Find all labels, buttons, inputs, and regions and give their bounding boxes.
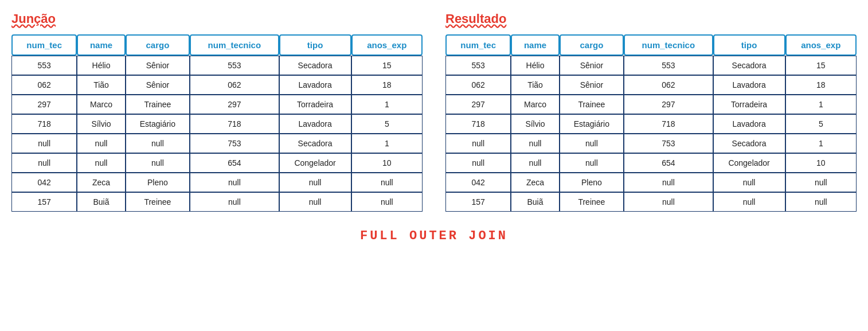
table-cell: null bbox=[511, 153, 559, 173]
table-cell: null bbox=[279, 173, 351, 192]
table-row: 157BuiãTreineenullnullnull bbox=[445, 192, 857, 212]
table-row: 042ZecaPlenonullnullnull bbox=[445, 173, 857, 192]
table-cell: Congelador bbox=[279, 153, 351, 173]
table-cell: 1 bbox=[785, 95, 857, 114]
table-cell: 10 bbox=[351, 153, 423, 173]
table-row: 157BuiãTreineenullnullnull bbox=[11, 192, 423, 212]
table-cell: null bbox=[445, 134, 511, 153]
table-row: 297MarcoTrainee297Torradeira1 bbox=[445, 95, 857, 114]
table-cell: null bbox=[190, 173, 279, 192]
table-row: 718SílvioEstagiário718Lavadora5 bbox=[445, 114, 857, 134]
table-cell: null bbox=[713, 173, 785, 192]
table-cell: Sênior bbox=[560, 56, 624, 75]
left-col-name: name bbox=[77, 34, 125, 56]
table-row: nullnullnull753Secadora1 bbox=[445, 134, 857, 153]
table-cell: 297 bbox=[11, 95, 77, 114]
left-col-num_tecnico: num_tecnico bbox=[190, 34, 279, 56]
table-cell: null bbox=[279, 192, 351, 212]
table-cell: Hélio bbox=[511, 56, 559, 75]
right-section: Resultado num_tec name cargo num_tecnico… bbox=[445, 11, 857, 212]
table-cell: 297 bbox=[624, 95, 713, 114]
table-cell: 5 bbox=[785, 114, 857, 134]
table-row: 718SílvioEstagiário718Lavadora5 bbox=[11, 114, 423, 134]
table-cell: Pleno bbox=[560, 173, 624, 192]
table-cell: Sênior bbox=[126, 56, 190, 75]
table-cell: 10 bbox=[785, 153, 857, 173]
table-cell: 553 bbox=[624, 56, 713, 75]
table-cell: 062 bbox=[445, 75, 511, 95]
right-header-row: num_tec name cargo num_tecnico tipo anos… bbox=[445, 34, 857, 56]
table-cell: null bbox=[77, 153, 125, 173]
table-cell: 042 bbox=[445, 173, 511, 192]
footer-label: FULL OUTER JOIN bbox=[11, 229, 857, 243]
table-cell: null bbox=[511, 134, 559, 153]
table-cell: null bbox=[351, 192, 423, 212]
table-row: nullnullnull654Congelador10 bbox=[445, 153, 857, 173]
table-cell: Tião bbox=[511, 75, 559, 95]
table-cell: 062 bbox=[190, 75, 279, 95]
table-cell: 5 bbox=[351, 114, 423, 134]
table-cell: 718 bbox=[190, 114, 279, 134]
table-cell: Buiã bbox=[511, 192, 559, 212]
table-cell: 18 bbox=[351, 75, 423, 95]
table-cell: Sênior bbox=[560, 75, 624, 95]
table-cell: Secadora bbox=[279, 134, 351, 153]
table-cell: 062 bbox=[624, 75, 713, 95]
table-row: 297MarcoTrainee297Torradeira1 bbox=[11, 95, 423, 114]
table-cell: Zeca bbox=[77, 173, 125, 192]
table-cell: 297 bbox=[190, 95, 279, 114]
table-cell: Estagiário bbox=[126, 114, 190, 134]
right-col-name: name bbox=[511, 34, 559, 56]
table-cell: Secadora bbox=[279, 56, 351, 75]
table-cell: 753 bbox=[624, 134, 713, 153]
table-cell: Torradeira bbox=[279, 95, 351, 114]
table-cell: Sílvio bbox=[77, 114, 125, 134]
table-cell: null bbox=[190, 192, 279, 212]
main-container: Junção num_tec name cargo num_tecnico ti… bbox=[11, 11, 857, 212]
table-cell: Treinee bbox=[126, 192, 190, 212]
table-cell: 297 bbox=[445, 95, 511, 114]
left-col-cargo: cargo bbox=[126, 34, 190, 56]
table-cell: Sílvio bbox=[511, 114, 559, 134]
table-row: 042ZecaPlenonullnullnull bbox=[11, 173, 423, 192]
table-row: 553HélioSênior553Secadora15 bbox=[11, 56, 423, 75]
table-cell: null bbox=[624, 173, 713, 192]
table-cell: null bbox=[11, 153, 77, 173]
table-cell: 18 bbox=[785, 75, 857, 95]
table-cell: null bbox=[560, 153, 624, 173]
table-cell: 553 bbox=[445, 56, 511, 75]
left-table: num_tec name cargo num_tecnico tipo anos… bbox=[11, 34, 423, 212]
table-cell: 553 bbox=[11, 56, 77, 75]
right-col-num_tecnico: num_tecnico bbox=[624, 34, 713, 56]
right-col-num_tec: num_tec bbox=[445, 34, 511, 56]
table-row: nullnullnull654Congelador10 bbox=[11, 153, 423, 173]
table-cell: null bbox=[77, 134, 125, 153]
table-cell: Marco bbox=[77, 95, 125, 114]
table-cell: null bbox=[785, 192, 857, 212]
table-cell: null bbox=[126, 153, 190, 173]
table-cell: 718 bbox=[445, 114, 511, 134]
table-cell: Hélio bbox=[77, 56, 125, 75]
table-cell: 1 bbox=[785, 134, 857, 153]
table-cell: 042 bbox=[11, 173, 77, 192]
table-cell: 15 bbox=[351, 56, 423, 75]
table-cell: null bbox=[126, 134, 190, 153]
table-cell: Marco bbox=[511, 95, 559, 114]
table-cell: Zeca bbox=[511, 173, 559, 192]
left-col-num_tec: num_tec bbox=[11, 34, 77, 56]
right-section-title: Resultado bbox=[445, 11, 857, 26]
table-cell: Congelador bbox=[713, 153, 785, 173]
right-col-anos_exp: anos_exp bbox=[785, 34, 857, 56]
table-cell: Buiã bbox=[77, 192, 125, 212]
table-cell: null bbox=[624, 192, 713, 212]
table-cell: Estagiário bbox=[560, 114, 624, 134]
table-cell: null bbox=[351, 173, 423, 192]
table-cell: Lavadora bbox=[279, 114, 351, 134]
left-header-row: num_tec name cargo num_tecnico tipo anos… bbox=[11, 34, 423, 56]
table-cell: Sênior bbox=[126, 75, 190, 95]
table-cell: Torradeira bbox=[713, 95, 785, 114]
right-table: num_tec name cargo num_tecnico tipo anos… bbox=[445, 34, 857, 212]
table-cell: Tião bbox=[77, 75, 125, 95]
table-cell: null bbox=[785, 173, 857, 192]
table-cell: null bbox=[11, 134, 77, 153]
